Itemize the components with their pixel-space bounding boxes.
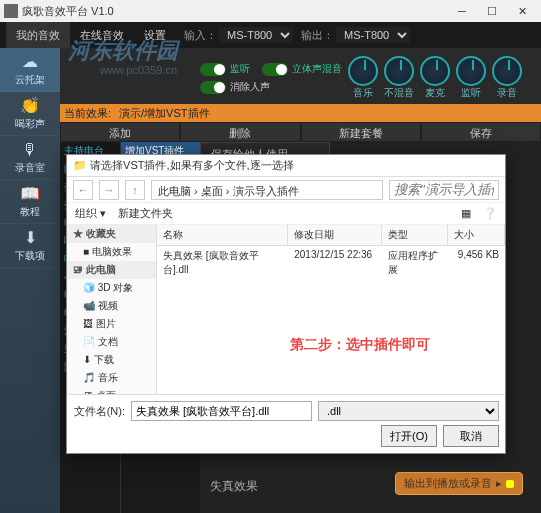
toggle-monitor[interactable] [200, 63, 226, 76]
file-open-dialog: 📁 请选择VST插件,如果有多个文件,逐一选择 ← → ↑ 此电脑 › 桌面 ›… [66, 154, 506, 454]
sidebar-group-pc[interactable]: 🖳 此电脑 [67, 261, 156, 279]
output-badge[interactable]: 输出到播放或录音▸ [395, 472, 523, 495]
sidebar-item[interactable]: 🧊 3D 对象 [67, 279, 156, 297]
sidebar-item[interactable]: 🖥 桌面 [67, 387, 156, 394]
distortion-label: 失真效果 [210, 478, 258, 495]
input-device-select[interactable]: MS-T800 [219, 27, 293, 43]
btn-new-preset[interactable]: 新建套餐 [301, 122, 421, 142]
chevron-icon: ▸ [496, 477, 502, 490]
window-title: 疯歌音效平台 V1.0 [22, 4, 114, 19]
organize-menu[interactable]: 组织 ▾ [75, 206, 106, 221]
output-label: 输出： [301, 28, 334, 43]
cloud-icon: ☁ [22, 52, 38, 71]
clap-icon: 👏 [20, 96, 40, 115]
close-button[interactable]: ✕ [507, 5, 537, 18]
sidebar-group-fav[interactable]: ★ 收藏夹 [67, 225, 156, 243]
sidebar-item[interactable]: 📄 文档 [67, 333, 156, 351]
btn-delete[interactable]: 删除 [180, 122, 300, 142]
col-type[interactable]: 类型 [382, 225, 448, 245]
tab-settings[interactable]: 设置 [134, 22, 176, 48]
folder-icon: 📁 [73, 159, 87, 172]
new-folder-button[interactable]: 新建文件夹 [118, 206, 173, 221]
knob-row: 监听立体声混音 消除人声 音乐 不混音 麦克 监听 录音 [200, 56, 537, 100]
download-icon: ⬇ [24, 228, 37, 247]
search-input[interactable] [389, 180, 499, 200]
window-titlebar: 疯歌音效平台 V1.0 ─ ☐ ✕ [0, 0, 541, 22]
nav-download[interactable]: ⬇下载项 [0, 224, 60, 268]
sidebar-item[interactable]: 📹 视频 [67, 297, 156, 315]
knob-record[interactable]: 录音 [492, 56, 522, 100]
col-name[interactable]: 名称 [157, 225, 288, 245]
sidebar-item[interactable]: 🎵 音乐 [67, 369, 156, 387]
tab-my-effects[interactable]: 我的音效 [6, 22, 70, 48]
maximize-button[interactable]: ☐ [477, 5, 507, 18]
watermark-url: www.pc0359.cn [100, 64, 177, 76]
toggle-stereo[interactable] [262, 63, 288, 76]
sidebar-item[interactable]: ⬇ 下载 [67, 351, 156, 369]
book-icon: 📖 [20, 184, 40, 203]
col-date[interactable]: 修改日期 [288, 225, 382, 245]
knob-monitor[interactable]: 监听 [456, 56, 486, 100]
filename-label: 文件名(N): [73, 404, 125, 419]
indicator-icon [506, 480, 514, 488]
btn-add[interactable]: 添加 [60, 122, 180, 142]
nav-tutorial[interactable]: 📖教程 [0, 180, 60, 224]
toggle-denoise[interactable] [200, 81, 226, 94]
tab-online-effects[interactable]: 在线音效 [70, 22, 134, 48]
dialog-title: 📁 请选择VST插件,如果有多个文件,逐一选择 [67, 155, 505, 177]
file-list-header: 名称 修改日期 类型 大小 [157, 225, 505, 246]
knob-nomix[interactable]: 不混音 [384, 56, 414, 100]
input-label: 输入： [184, 28, 217, 43]
current-effect-bar: 当前效果:演示/增加VST插件 [60, 104, 541, 122]
btn-save[interactable]: 保存 [421, 122, 541, 142]
help-icon[interactable]: ❔ [483, 207, 497, 220]
sidebar-item[interactable]: 🖼 图片 [67, 315, 156, 333]
col-size[interactable]: 大小 [448, 225, 505, 245]
nav-up-button[interactable]: ↑ [125, 180, 145, 200]
cancel-button[interactable]: 取消 [443, 425, 499, 447]
file-list: 名称 修改日期 类型 大小 失真效果 [疯歌音效平台].dll 2013/12/… [157, 225, 505, 394]
output-device-select[interactable]: MS-T800 [336, 27, 410, 43]
mic-icon: 🎙 [22, 141, 38, 159]
nav-applause[interactable]: 👏喝彩声 [0, 92, 60, 136]
dialog-sidebar: ★ 收藏夹 ■ 电脑效果 🖳 此电脑 🧊 3D 对象 📹 视频 🖼 图片 📄 文… [67, 225, 157, 394]
view-icon[interactable]: ▦ [461, 207, 471, 220]
open-button[interactable]: 打开(O) [381, 425, 437, 447]
top-tabbar: 我的音效 在线音效 设置 输入： MS-T800 输出： MS-T800 [0, 22, 541, 48]
breadcrumb[interactable]: 此电脑 › 桌面 › 演示导入插件 [151, 180, 383, 200]
app-icon [4, 4, 18, 18]
knob-mic[interactable]: 麦克 [420, 56, 450, 100]
nav-back-button[interactable]: ← [73, 180, 93, 200]
left-sidebar: ☁云托架 👏喝彩声 🎙录音室 📖教程 ⬇下载项 [0, 48, 60, 513]
nav-fwd-button[interactable]: → [99, 180, 119, 200]
sidebar-item[interactable]: ■ 电脑效果 [67, 243, 156, 261]
minimize-button[interactable]: ─ [447, 5, 477, 17]
filter-select[interactable]: .dll [318, 401, 499, 421]
nav-studio[interactable]: 🎙录音室 [0, 136, 60, 180]
nav-cloud[interactable]: ☁云托架 [0, 48, 60, 92]
file-row[interactable]: 失真效果 [疯歌音效平台].dll 2013/12/15 22:36 应用程序扩… [157, 246, 505, 280]
filename-input[interactable] [131, 401, 312, 421]
knob-music[interactable]: 音乐 [348, 56, 378, 100]
